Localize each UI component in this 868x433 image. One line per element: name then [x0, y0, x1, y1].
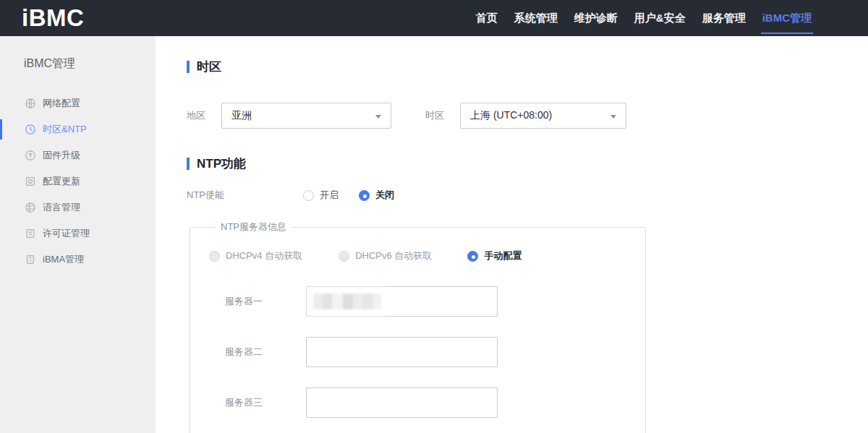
section-accent-bar: [187, 158, 190, 170]
timezone-section-title: 时区: [187, 59, 868, 75]
server-one-row: 服务器一: [209, 286, 645, 317]
region-select-value: 亚洲: [231, 109, 252, 122]
region-select[interactable]: 亚洲: [221, 103, 391, 129]
ntp-section-title: NTP功能: [187, 155, 868, 172]
section-title-text: 时区: [197, 59, 221, 75]
globe-icon: [25, 98, 36, 109]
ntp-enable-row: NTP使能 开启 关闭: [187, 189, 868, 202]
top-navbar: iBMC 首页 系统管理 维护诊断 用户&安全 服务管理 iBMC管理: [0, 0, 868, 36]
sidebar-item-label: iBMA管理: [43, 253, 84, 266]
nav-item-maintenance[interactable]: 维护诊断: [574, 0, 618, 36]
server-three-row: 服务器三: [209, 387, 645, 418]
radio-icon-checked: [467, 251, 478, 262]
ntp-server-modes-row: DHCPv4 自动获取 DHCPv6 自动获取 手动配置: [209, 249, 645, 262]
radio-ntp-on[interactable]: 开启: [303, 189, 339, 202]
nav-item-home[interactable]: 首页: [476, 0, 498, 36]
license-icon: [25, 228, 36, 239]
sidebar-item-config-update[interactable]: 配置更新: [0, 168, 156, 194]
timezone-label: 时区: [425, 109, 460, 122]
nav-item-services[interactable]: 服务管理: [702, 0, 746, 36]
radio-label: 手动配置: [484, 249, 522, 262]
top-navigation: 首页 系统管理 维护诊断 用户&安全 服务管理 iBMC管理: [476, 0, 812, 36]
region-label: 地区: [187, 109, 221, 122]
sidebar-item-timezone-ntp[interactable]: 时区&NTP: [0, 116, 156, 142]
radio-label: DHCPv4 自动获取: [226, 249, 302, 262]
radio-label: 关闭: [375, 189, 394, 202]
sidebar-item-label: 网络配置: [43, 97, 80, 110]
radio-icon: [303, 190, 314, 201]
radio-manual-config[interactable]: 手动配置: [467, 249, 522, 262]
server-two-input[interactable]: [306, 337, 498, 367]
radio-dhcpv6-auto[interactable]: DHCPv6 自动获取: [339, 249, 432, 262]
ntp-server-group: NTP服务器信息 DHCPv4 自动获取 DHCPv6 自动获取 手动配置 服务…: [190, 220, 646, 433]
server-three-input[interactable]: [306, 387, 498, 418]
sidebar-item-ibma[interactable]: iBMA管理: [0, 246, 156, 273]
sidebar-item-language[interactable]: 语言管理: [0, 194, 156, 220]
timezone-select[interactable]: 上海 (UTC+08:00): [460, 103, 626, 129]
sidebar-menu: 网络配置 时区&NTP 固件升级 配置更: [0, 90, 156, 273]
radio-ntp-off[interactable]: 关闭: [359, 189, 394, 202]
sidebar-item-label: 语言管理: [43, 201, 80, 214]
server-one-label: 服务器一: [225, 295, 306, 308]
app-logo: iBMC: [22, 4, 84, 32]
config-update-icon: [25, 176, 36, 187]
radio-label: DHCPv6 自动获取: [355, 249, 432, 262]
sidebar-item-network-config[interactable]: 网络配置: [0, 90, 156, 116]
section-accent-bar: [187, 61, 190, 73]
nav-item-ibmc-management[interactable]: iBMC管理: [762, 0, 812, 36]
timezone-form-row: 地区 亚洲 时区 上海 (UTC+08:00): [187, 103, 868, 129]
sidebar: iBMC管理 网络配置 时区&NTP 固件升: [0, 36, 156, 433]
server-two-label: 服务器二: [225, 346, 306, 359]
caret-down-icon: [610, 115, 616, 119]
sidebar-title: iBMC管理: [0, 36, 156, 72]
radio-icon-disabled: [209, 251, 220, 262]
radio-label: 开启: [320, 189, 339, 202]
timezone-clock-icon: [25, 124, 36, 135]
nav-item-system[interactable]: 系统管理: [514, 0, 558, 36]
sidebar-item-label: 固件升级: [43, 149, 80, 162]
sidebar-item-label: 许可证管理: [43, 227, 90, 240]
main-content: 时区 地区 亚洲 时区 上海 (UTC+08:00) NTP功能 NTP使能 开…: [156, 36, 868, 433]
caret-down-icon: [375, 115, 381, 119]
ntp-server-group-legend: NTP服务器信息: [216, 220, 292, 233]
redacted-value: [313, 293, 381, 309]
section-title-text: NTP功能: [197, 155, 246, 172]
radio-dhcpv4-auto[interactable]: DHCPv4 自动获取: [209, 249, 302, 262]
sidebar-item-label: 配置更新: [43, 175, 80, 188]
sidebar-item-label: 时区&NTP: [43, 123, 87, 136]
radio-icon-disabled: [339, 251, 349, 262]
radio-icon-checked: [359, 190, 370, 201]
ntp-enable-label: NTP使能: [187, 189, 303, 202]
language-globe-icon: [25, 202, 36, 213]
server-three-label: 服务器三: [225, 396, 306, 409]
package-icon: [25, 254, 36, 265]
server-one-input[interactable]: [306, 286, 498, 317]
server-two-row: 服务器二: [209, 337, 645, 367]
sidebar-item-firmware-upgrade[interactable]: 固件升级: [0, 142, 156, 168]
upload-circle-icon: [25, 150, 36, 161]
nav-item-user-security[interactable]: 用户&安全: [634, 0, 686, 36]
sidebar-item-license[interactable]: 许可证管理: [0, 220, 156, 246]
timezone-select-value: 上海 (UTC+08:00): [470, 109, 552, 122]
